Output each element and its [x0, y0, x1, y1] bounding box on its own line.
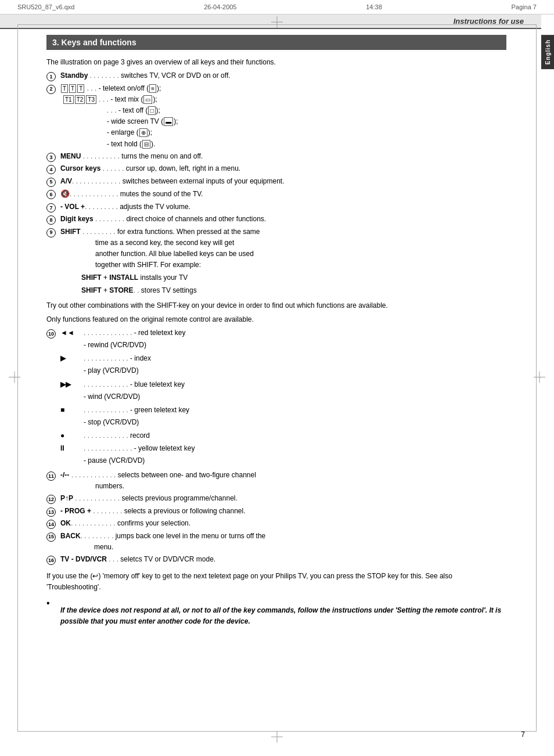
item-1: 1 Standby . . . . . . . . switches TV, V…	[46, 70, 506, 81]
intro-text: The illustration on page 3 gives an over…	[46, 57, 506, 68]
item-5: 5 A/V. . . . . . . . . . . . . switches …	[46, 176, 506, 187]
cross-right	[534, 372, 545, 385]
item-2-num: 2	[46, 84, 60, 94]
item-9-content: SHIFT . . . . . . . . . for extra functi…	[60, 226, 506, 271]
item-8-content: Digit keys . . . . . . . . direct choice…	[60, 214, 506, 225]
cross-left	[9, 372, 20, 385]
note-text: If you use the (↩) 'memory off' key to g…	[46, 571, 506, 593]
item-7: 7 - VOL +. . . . . . . . . adjusts the T…	[46, 201, 506, 213]
item-16-content: TV - DVD/VCR . . . seletcs TV or DVD/VCR…	[60, 554, 506, 565]
filename: SRU520_87_v6.qxd	[17, 3, 74, 10]
item-9: 9 SHIFT . . . . . . . . . for extra func…	[46, 226, 506, 271]
item-8-num: 8	[46, 214, 60, 225]
item-14-content: OK. . . . . . . . . . . . confirms your …	[60, 518, 506, 529]
bullet-dot: •	[46, 598, 58, 609]
item-11-content: -/-- . . . . . . . . . . . . selects bet…	[60, 470, 506, 492]
item-13-content: - PROG + . . . . . . . . selects a previ…	[60, 506, 506, 517]
item-3-content: MENU . . . . . . . . . . turns the menu …	[60, 151, 506, 162]
item-7-content: - VOL +. . . . . . . . . adjusts the TV …	[60, 201, 506, 213]
item-10: 10 ◄◄ . . . . . . . . . . . . . - red te…	[46, 327, 506, 469]
item-15-content: BACK. . . . . . . . . jumps back one lev…	[60, 531, 506, 553]
item-9-num: 9	[46, 227, 60, 237]
cross-bottom	[271, 731, 283, 744]
bullet-note: • If the device does not respond at all,…	[46, 599, 506, 627]
english-tab: English	[541, 35, 554, 69]
item-14: 14 OK. . . . . . . . . . . . confirms yo…	[46, 518, 506, 529]
item-3-num: 3	[46, 152, 60, 162]
item-10-num: 10	[46, 328, 60, 339]
item-13: 13 - PROG + . . . . . . . . selects a pr…	[46, 506, 506, 517]
italic-note: If the device does not respond at all, o…	[58, 605, 506, 627]
item-15-num: 15	[46, 531, 60, 542]
item-4: 4 Cursor keys . . . . . . cursor up, dow…	[46, 163, 506, 174]
section-header: Instructions for use	[0, 15, 541, 29]
item-2: 2 TTT . . . - teletext on/off (≡); T1T2T…	[46, 83, 506, 150]
shift-install: SHIFT + INSTALL installs your TV	[46, 272, 506, 285]
time: 14:38	[366, 3, 382, 10]
cross-top	[271, 16, 283, 28]
item-11: 11 -/-- . . . . . . . . . . . . selects …	[46, 470, 506, 492]
page-container: SRU520_87_v6.qxd 26-04-2005 14:38 Pagina…	[0, 0, 554, 756]
date: 26-04-2005	[204, 3, 236, 10]
item-11-num: 11	[46, 470, 60, 481]
item-7-num: 7	[46, 202, 60, 213]
item-4-content: Cursor keys . . . . . . cursor up, down,…	[60, 163, 506, 174]
item-4-num: 4	[46, 164, 60, 174]
item-5-num: 5	[46, 177, 60, 187]
item-8: 8 Digit keys . . . . . . . . direct choi…	[46, 214, 506, 225]
main-content: 3. Keys and functions The illustration o…	[0, 29, 541, 639]
item-6-num: 6	[46, 189, 60, 199]
page-number: 7	[521, 730, 525, 739]
section-title: 3. Keys and functions	[46, 35, 506, 50]
item-14-num: 14	[46, 519, 60, 529]
item-2-content: TTT . . . - teletext on/off (≡); T1T2T3 …	[60, 83, 506, 150]
header-bar: SRU520_87_v6.qxd 26-04-2005 14:38 Pagina…	[0, 0, 554, 15]
item-16: 16 TV - DVD/VCR . . . seletcs TV or DVD/…	[46, 554, 506, 565]
item-12-content: P↑P . . . . . . . . . . . . selects prev…	[60, 493, 506, 504]
page-label: Pagina 7	[512, 3, 537, 10]
item-16-num: 16	[46, 555, 60, 565]
item-5-content: A/V. . . . . . . . . . . . . switches be…	[60, 176, 506, 187]
item-6-content: 🔇. . . . . . . . . . . . . mutes the sou…	[60, 188, 506, 200]
try-text: Try out other combinations with the SHIF…	[46, 300, 506, 311]
item-3: 3 MENU . . . . . . . . . . turns the men…	[46, 151, 506, 162]
item-13-num: 13	[46, 506, 60, 517]
only-text: Only functions featured on the original …	[46, 314, 506, 325]
item-10-content: ◄◄ . . . . . . . . . . . . . - red telet…	[60, 327, 506, 469]
item-12: 12 P↑P . . . . . . . . . . . . selects p…	[46, 493, 506, 504]
item-1-num: 1	[46, 71, 60, 81]
item-1-content: Standby . . . . . . . . switches TV, VCR…	[60, 70, 506, 81]
item-6: 6 🔇. . . . . . . . . . . . . mutes the s…	[46, 188, 506, 200]
item-15: 15 BACK. . . . . . . . . jumps back one …	[46, 531, 506, 553]
item-12-num: 12	[46, 494, 60, 504]
shift-store: SHIFT + STORE. . stores TV settings	[46, 285, 506, 297]
